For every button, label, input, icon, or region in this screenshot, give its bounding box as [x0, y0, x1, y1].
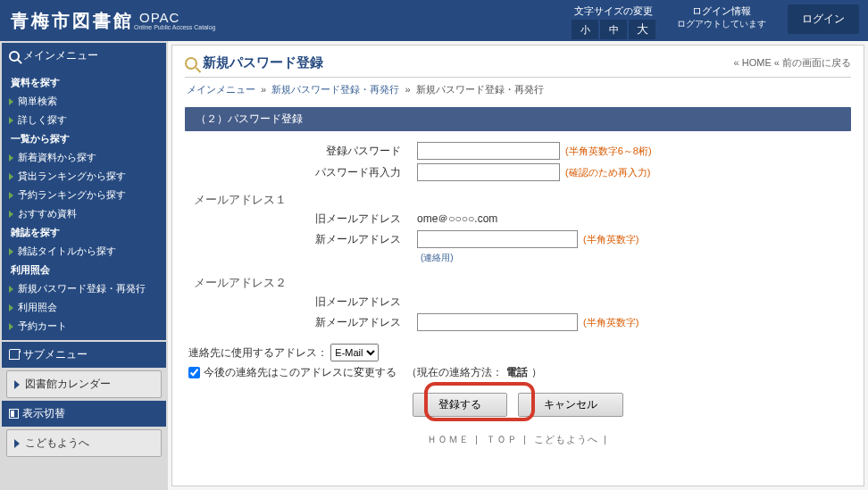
- group-user: 利用照会: [2, 261, 166, 279]
- app-header: 青梅市図書館 OPAC Online Public Access Catalog…: [0, 0, 868, 41]
- sub-menu-header: サブメニュー: [2, 342, 166, 368]
- sidebar-item-new[interactable]: 新着資料から探す: [2, 148, 166, 167]
- mail1-hint: (半角英数字): [583, 233, 638, 246]
- current-contact-prefix: （現在の連絡方法：: [406, 365, 503, 380]
- new-mail1-label: 新メールアドレス: [185, 232, 417, 247]
- mail1-heading: メールアドレス１: [194, 192, 851, 208]
- font-size-label: 文字サイズの変更: [572, 4, 655, 18]
- mail2-heading: メールアドレス２: [194, 275, 851, 291]
- sidebar-item-simple-search[interactable]: 簡単検索: [2, 92, 166, 111]
- page-title: 新規パスワード登録: [203, 54, 323, 71]
- footer-home[interactable]: ＨＯＭＥ: [427, 434, 470, 444]
- password-hint: (半角英数字6～8桁): [565, 145, 652, 158]
- footer-links: ＨＯＭＥ | ＴＯＰ | こどもようへ |: [185, 426, 851, 453]
- contact-label: 連絡先に使用するアドレス：: [188, 346, 328, 359]
- toggle-icon: [9, 409, 19, 419]
- login-button[interactable]: ログイン: [788, 4, 859, 34]
- password-label: 登録パスワード: [185, 144, 417, 159]
- current-contact-suffix: ）: [531, 365, 542, 380]
- old-mail2-label: 旧メールアドレス: [185, 295, 417, 310]
- sidebar-item-recommend[interactable]: おすすめ資料: [2, 204, 166, 223]
- group-search-list: 一覧から探す: [2, 129, 166, 148]
- group-magazine: 雑誌を探す: [2, 223, 166, 242]
- main-content: 新規パスワード登録 « HOME « 前の画面に戻る メインメニュー » 新規パ…: [171, 45, 864, 486]
- font-large-button[interactable]: 大: [629, 20, 655, 39]
- footer-top[interactable]: ＴＯＰ: [486, 434, 518, 444]
- main-menu-header: メインメニュー: [2, 43, 166, 69]
- font-size-control: 文字サイズの変更 小 中 大: [572, 4, 655, 39]
- password-input[interactable]: [417, 142, 560, 160]
- change-contact-checkbox[interactable]: [188, 367, 200, 378]
- page-top-links: « HOME « 前の画面に戻る: [734, 56, 851, 70]
- mail1-note: (連絡用): [421, 252, 851, 264]
- new-mail1-input[interactable]: [417, 230, 578, 248]
- sidebar-item-user-ref[interactable]: 利用照会: [2, 298, 166, 317]
- old-mail1-label: 旧メールアドレス: [185, 212, 417, 227]
- contact-address-row: 連絡先に使用するアドレス： E-Mail: [188, 344, 851, 361]
- change-contact-label: 今後の連絡先はこのアドレスに変更する: [204, 365, 396, 380]
- sidebar-item-cart[interactable]: 予約カート: [2, 317, 166, 336]
- bc-link[interactable]: 新規パスワード登録・再発行: [271, 84, 399, 95]
- password-confirm-input[interactable]: [417, 163, 560, 181]
- toggle-header: 表示切替: [2, 401, 166, 427]
- password-confirm-label: パスワード再入力: [185, 165, 417, 180]
- opac-sublabel: Online Public Access Catalog: [134, 24, 215, 30]
- bc-current: 新規パスワード登録・再発行: [416, 84, 544, 95]
- new-mail2-label: 新メールアドレス: [185, 315, 417, 330]
- password-confirm-hint: (確認のため再入力): [565, 166, 650, 179]
- search-icon: [9, 51, 20, 62]
- site-logo: 青梅市図書館: [11, 9, 134, 33]
- kids-button[interactable]: こどもようへ: [6, 429, 162, 457]
- old-mail1-value: ome＠○○○○.com: [417, 212, 497, 227]
- button-row: 登録する キャンセル: [185, 393, 851, 417]
- search-icon: [185, 57, 197, 70]
- font-small-button[interactable]: 小: [572, 20, 598, 39]
- sidebar: メインメニュー 資料を探す 簡単検索 詳しく探す 一覧から探す 新着資料から探す…: [0, 41, 168, 490]
- submit-button[interactable]: 登録する: [413, 393, 507, 417]
- section-heading: （２）パスワード登録: [185, 107, 851, 131]
- login-info-title: ログイン情報: [677, 4, 766, 18]
- login-status: ログアウトしています: [677, 18, 766, 30]
- footer-kids[interactable]: こどもようへ: [534, 434, 598, 444]
- group-search-materials: 資料を探す: [2, 73, 166, 92]
- calendar-button[interactable]: 図書館カレンダー: [6, 370, 162, 398]
- bc-main[interactable]: メインメニュー: [187, 84, 255, 95]
- back-link[interactable]: 前の画面に戻る: [782, 57, 851, 68]
- contact-select[interactable]: E-Mail: [330, 344, 379, 361]
- opac-label: OPAC: [139, 11, 215, 24]
- cancel-button[interactable]: キャンセル: [518, 393, 623, 417]
- sidebar-item-resv-rank[interactable]: 予約ランキングから探す: [2, 186, 166, 204]
- book-icon: [9, 351, 20, 360]
- current-contact-value: 電話: [506, 365, 528, 380]
- login-info: ログイン情報 ログアウトしています: [677, 4, 766, 30]
- home-link[interactable]: HOME: [742, 57, 772, 68]
- breadcrumb: メインメニュー » 新規パスワード登録・再発行 » 新規パスワード登録・再発行: [185, 78, 851, 102]
- sidebar-item-detail-search[interactable]: 詳しく探す: [2, 111, 166, 129]
- sidebar-item-magazine[interactable]: 雑誌タイトルから探す: [2, 242, 166, 261]
- new-mail2-input[interactable]: [417, 313, 578, 331]
- font-mid-button[interactable]: 中: [600, 20, 627, 39]
- sidebar-item-password[interactable]: 新規パスワード登録・再発行: [2, 279, 166, 298]
- mail2-hint: (半角英数字): [583, 316, 638, 329]
- sidebar-item-lend-rank[interactable]: 貸出ランキングから探す: [2, 167, 166, 186]
